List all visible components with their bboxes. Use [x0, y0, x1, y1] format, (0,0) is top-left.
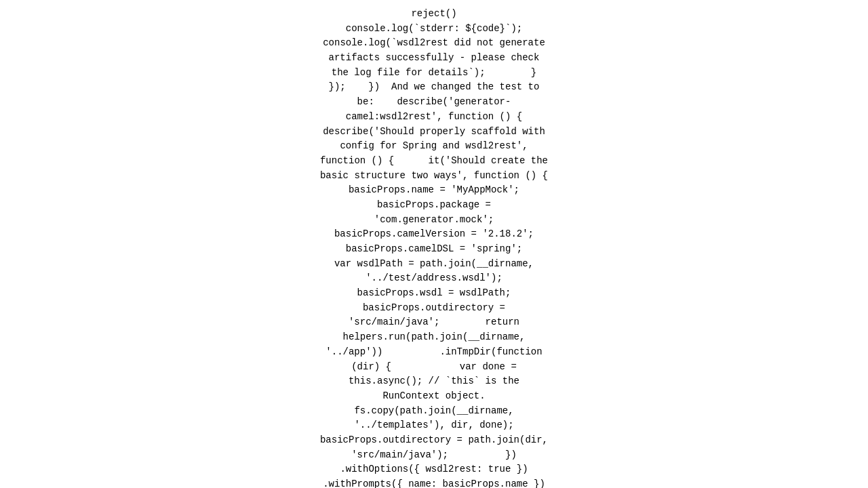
code-line: console.log(`wsdl2rest did not generate — [0, 36, 868, 51]
code-block: reject()console.log(`stderr: ${code}`);c… — [0, 0, 868, 488]
code-line: basicProps.camelDSL = 'spring'; — [0, 242, 868, 257]
code-line: .withOptions({ wsdl2rest: true }) — [0, 462, 868, 477]
code-line: RunContext object. — [0, 389, 868, 404]
code-line: function () { it('Should create the — [0, 154, 868, 169]
code-line: .withPrompts({ name: basicProps.name }) — [0, 477, 868, 488]
code-line: reject() — [0, 7, 868, 22]
code-line: basicProps.outdirectory = — [0, 301, 868, 316]
code-line: basicProps.name = 'MyAppMock'; — [0, 183, 868, 198]
code-line: this.async(); // `this` is the — [0, 374, 868, 389]
code-line: config for Spring and wsdl2rest', — [0, 139, 868, 154]
code-line: basicProps.camelVersion = '2.18.2'; — [0, 227, 868, 242]
code-line: fs.copy(path.join(__dirname, — [0, 404, 868, 419]
code-line: '../app')) .inTmpDir(function — [0, 345, 868, 360]
code-line: basic structure two ways', function () { — [0, 169, 868, 184]
code-line: helpers.run(path.join(__dirname, — [0, 330, 868, 345]
code-line: '../test/address.wsdl'); — [0, 271, 868, 286]
code-line: describe('Should properly scaffold with — [0, 125, 868, 140]
code-line: basicProps.wsdl = wsdlPath; — [0, 286, 868, 301]
code-line: basicProps.outdirectory = path.join(dir, — [0, 433, 868, 448]
code-line: '../templates'), dir, done); — [0, 418, 868, 433]
code-line: artifacts successfully - please check — [0, 51, 868, 66]
code-container: reject()console.log(`stderr: ${code}`);c… — [0, 0, 868, 488]
code-line: 'src/main/java'); }) — [0, 448, 868, 463]
code-line: basicProps.package = — [0, 198, 868, 213]
code-line: console.log(`stderr: ${code}`); — [0, 22, 868, 37]
code-line: (dir) { var done = — [0, 360, 868, 375]
code-line: be: describe('generator- — [0, 95, 868, 110]
code-line: camel:wsdl2rest', function () { — [0, 110, 868, 125]
code-line: }); }) And we changed the test to — [0, 80, 868, 95]
code-line: var wsdlPath = path.join(__dirname, — [0, 257, 868, 272]
code-line: 'src/main/java'; return — [0, 315, 868, 330]
code-line: 'com.generator.mock'; — [0, 213, 868, 228]
code-line: the log file for details`); } — [0, 66, 868, 81]
